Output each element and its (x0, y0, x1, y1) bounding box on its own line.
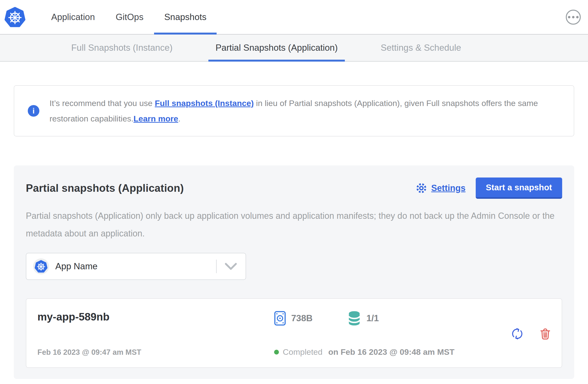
chevron-down-icon (225, 263, 237, 270)
banner-text-before: It’s recommend that you use (49, 99, 155, 108)
status-dot (274, 350, 279, 355)
full-snapshots-link[interactable]: Full snapshots (Instance) (155, 99, 254, 108)
main-nav: Application GitOps Snapshots (51, 0, 207, 34)
subtab-partial-snapshots[interactable]: Partial Snapshots (Application) (209, 35, 345, 61)
panel-header-actions: Settings Start a snapshot (415, 177, 562, 199)
restore-snapshot-button[interactable] (510, 326, 525, 341)
snapshots-subtabs: Full Snapshots (Instance) Partial Snapsh… (0, 35, 588, 62)
ellipsis-icon (568, 16, 570, 18)
snapshot-row: my-app-589nb Feb 16 2023 @ 09:47 am MST (26, 298, 562, 368)
settings-link-label: Settings (431, 183, 465, 193)
banner-text-after: . (178, 114, 180, 123)
trash-icon (539, 327, 552, 341)
app-select-value: App Name (55, 261, 98, 272)
delete-snapshot-button[interactable] (539, 327, 552, 341)
snapshot-started-timestamp: Feb 16 2023 @ 09:47 am MST (37, 348, 274, 357)
select-divider (216, 260, 217, 273)
learn-more-link[interactable]: Learn more (134, 114, 178, 123)
snapshot-size: 738B (291, 313, 313, 323)
partial-snapshots-panel: Partial snapshots (Application) Settings… (14, 165, 574, 379)
nav-tab-gitops[interactable]: GitOps (116, 0, 144, 34)
panel-header: Partial snapshots (Application) Settings… (26, 177, 562, 199)
subtab-full-snapshots[interactable]: Full Snapshots (Instance) (64, 35, 180, 61)
start-snapshot-button[interactable]: Start a snapshot (476, 177, 562, 199)
app-name-select[interactable]: App Name (26, 253, 246, 280)
database-icon (347, 311, 361, 326)
gear-icon (415, 182, 428, 194)
snapshot-settings-link[interactable]: Settings (415, 182, 465, 194)
snapshot-status: Completed (283, 347, 322, 357)
snapshot-size-stat: 738B (274, 311, 313, 326)
nav-tab-snapshots[interactable]: Snapshots (164, 0, 207, 34)
disk-icon (274, 311, 286, 326)
kubernetes-app-icon (33, 258, 49, 274)
snapshot-identity: my-app-589nb Feb 16 2023 @ 09:47 am MST (37, 311, 274, 357)
snapshot-actions (510, 311, 552, 357)
page-title: Partial snapshots (Application) (26, 182, 184, 194)
more-menu-button[interactable] (566, 10, 581, 25)
snapshot-stats: 738B 1/1 (274, 311, 510, 326)
nav-tab-application[interactable]: Application (51, 0, 95, 34)
snapshot-details: 738B 1/1 Completed on Feb 16 20 (274, 311, 510, 357)
snapshot-status-row: Completed on Feb 16 2023 @ 09:48 am MST (274, 347, 510, 357)
restore-icon (510, 326, 525, 341)
snapshot-volumes-stat: 1/1 (347, 311, 379, 326)
kubernetes-logo (4, 6, 26, 28)
panel-description: Partial snapshots (Application) only bac… (26, 207, 562, 242)
info-banner: i It’s recommend that you use Full snaps… (14, 85, 574, 136)
subtab-settings-schedule[interactable]: Settings & Schedule (373, 35, 468, 61)
snapshot-status-detail: on Feb 16 2023 @ 09:48 am MST (328, 347, 454, 357)
snapshot-name: my-app-589nb (37, 311, 274, 323)
banner-text: It’s recommend that you use Full snapsho… (49, 95, 560, 126)
top-navbar: Application GitOps Snapshots (0, 0, 588, 35)
snapshot-volumes: 1/1 (366, 313, 379, 323)
info-icon: i (28, 105, 39, 117)
